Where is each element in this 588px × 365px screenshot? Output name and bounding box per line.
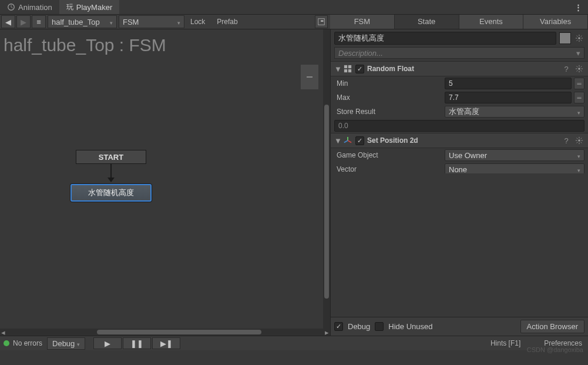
- state-header: [331, 29, 588, 47]
- nav-back-button[interactable]: ◀: [1, 15, 15, 28]
- var-toggle-button[interactable]: ═: [574, 78, 584, 89]
- svg-rect-7: [348, 69, 351, 72]
- lock-toggle[interactable]: Lock: [184, 18, 211, 26]
- axes-icon: [343, 136, 352, 145]
- debug-label: Debug: [348, 322, 370, 331]
- hide-unused-checkbox[interactable]: [375, 322, 384, 331]
- action-enabled-checkbox[interactable]: [355, 65, 364, 73]
- start-node[interactable]: START: [76, 150, 146, 164]
- action-title: Random Float: [367, 65, 559, 73]
- fsm-dropdown-label: FSM: [123, 18, 139, 26]
- gear-icon: [575, 65, 583, 73]
- vector-dropdown[interactable]: None: [445, 163, 584, 173]
- events-panel-tab[interactable]: Events: [459, 15, 524, 29]
- graph-canvas[interactable]: half_tube_Top : FSM START 水管随机高度 ◂ ▸: [0, 29, 330, 336]
- status-indicator-icon: [4, 340, 9, 346]
- canvas-title: half_tube_Top : FSM: [0, 29, 330, 61]
- var-toggle-button[interactable]: ═: [574, 92, 584, 103]
- inspector-panel: Description... ▾ ▼ Random Float ? Min ═: [330, 29, 588, 336]
- min-input[interactable]: [445, 78, 572, 89]
- help-icon[interactable]: ?: [562, 136, 571, 145]
- window-tabs: Animation 玩 PlayMaker ⋮: [0, 0, 588, 15]
- pause-button[interactable]: ❚❚: [123, 337, 151, 349]
- status-bar: No errors Debug ▶ ❚❚ ▶❚ Hints [F1] Prefe…: [0, 336, 588, 350]
- nav-forward-button[interactable]: ▶: [16, 15, 31, 28]
- vector-row: Vector None: [331, 162, 588, 173]
- grid-icon: [343, 64, 352, 73]
- action-settings-button[interactable]: [574, 63, 584, 74]
- tab-menu-button[interactable]: ⋮: [569, 3, 588, 12]
- state-name-input[interactable]: [334, 32, 556, 45]
- help-icon[interactable]: ?: [562, 65, 571, 73]
- svg-point-3: [578, 37, 580, 39]
- minimap[interactable]: [301, 65, 318, 89]
- state-panel-tab[interactable]: State: [395, 15, 459, 29]
- svg-rect-4: [344, 65, 347, 68]
- svg-point-8: [578, 68, 580, 70]
- svg-rect-6: [344, 69, 347, 72]
- vector-label: Vector: [334, 165, 442, 173]
- state-node[interactable]: 水管随机高度: [70, 184, 152, 202]
- clock-icon: [7, 3, 15, 11]
- foldout-icon: ▼: [334, 136, 340, 145]
- gameobject-dropdown[interactable]: Use Owner: [445, 149, 584, 161]
- action-enabled-checkbox[interactable]: [355, 136, 364, 145]
- random-preview-row: [334, 120, 584, 132]
- status-text: No errors: [13, 339, 42, 347]
- minimap-toggle[interactable]: [315, 15, 328, 28]
- prefab-button[interactable]: Prefab: [211, 18, 243, 26]
- toolbar: ◀ ▶ ≡ half_tube_Top FSM Lock Prefab FSM …: [0, 15, 588, 29]
- gear-icon: [575, 136, 583, 145]
- store-result-label: Store Result: [334, 108, 442, 116]
- action-title: Set Position 2d: [367, 136, 559, 145]
- play-controls: ▶ ❚❚ ▶❚: [93, 337, 180, 349]
- list-button[interactable]: ≡: [32, 15, 46, 28]
- max-label: Max: [334, 93, 442, 102]
- svg-rect-5: [348, 65, 351, 68]
- min-label: Min: [334, 79, 442, 88]
- animation-tab[interactable]: Animation: [0, 0, 59, 14]
- canvas-vscrollbar[interactable]: [323, 29, 330, 329]
- watermark: CSDN @dangoxiba: [527, 346, 583, 353]
- store-result-dropdown[interactable]: 水管高度: [445, 106, 584, 118]
- action-browser-button[interactable]: Action Browser: [520, 320, 584, 333]
- action-random-float-header[interactable]: ▼ Random Float ?: [331, 61, 588, 76]
- playmaker-tab[interactable]: 玩 PlayMaker: [59, 0, 119, 14]
- svg-rect-2: [321, 20, 323, 22]
- debug-bar: Debug Hide Unused Action Browser: [331, 317, 588, 336]
- debug-mode-dropdown[interactable]: Debug: [47, 337, 85, 350]
- debug-checkbox[interactable]: [334, 322, 343, 331]
- svg-point-9: [578, 139, 580, 142]
- min-row: Min ═: [331, 76, 588, 91]
- object-dropdown[interactable]: half_tube_Top: [48, 15, 117, 28]
- fsm-panel-tab[interactable]: FSM: [330, 15, 395, 29]
- animation-tab-label: Animation: [18, 3, 52, 12]
- action-setposition2d-header[interactable]: ▼ Set Position 2d ?: [331, 133, 588, 148]
- foldout-icon: ▼: [334, 65, 340, 73]
- max-row: Max ═: [331, 91, 588, 105]
- fsm-dropdown[interactable]: FSM: [119, 15, 184, 28]
- state-color-swatch[interactable]: [559, 32, 571, 44]
- variables-panel-tab[interactable]: Variables: [523, 15, 588, 29]
- main-area: half_tube_Top : FSM START 水管随机高度 ◂ ▸ Des…: [0, 29, 588, 336]
- chevron-down-icon: ▾: [576, 49, 580, 58]
- state-settings-button[interactable]: [574, 33, 584, 43]
- random-preview-value: [334, 120, 584, 132]
- hide-unused-label: Hide Unused: [388, 322, 432, 331]
- object-dropdown-label: half_tube_Top: [52, 18, 100, 26]
- step-button[interactable]: ▶❚: [152, 337, 180, 349]
- playmaker-tab-label: PlayMaker: [76, 3, 112, 12]
- playmaker-icon: 玩: [66, 2, 73, 12]
- frame-icon: [317, 18, 325, 26]
- action-settings-button[interactable]: [574, 135, 584, 146]
- gear-icon: [575, 34, 583, 42]
- description-input[interactable]: Description... ▾: [334, 47, 584, 59]
- store-result-row: Store Result 水管高度: [331, 105, 588, 119]
- gameobject-row: Game Object Use Owner: [331, 148, 588, 162]
- play-button[interactable]: ▶: [93, 337, 122, 349]
- max-input[interactable]: [445, 92, 572, 103]
- canvas-hscrollbar[interactable]: ◂ ▸: [0, 329, 330, 336]
- gameobject-label: Game Object: [334, 151, 442, 159]
